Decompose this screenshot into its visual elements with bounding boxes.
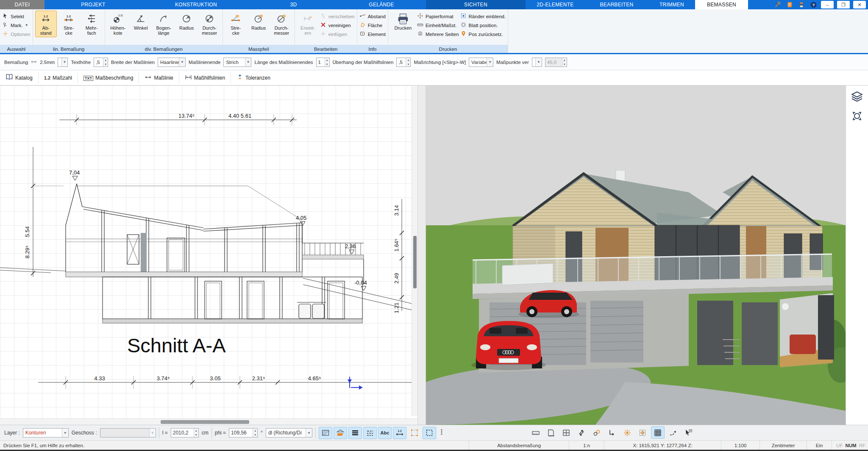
toggle-text-abc[interactable]: Abc	[378, 427, 392, 439]
help-icon[interactable]: ?	[809, 1, 818, 8]
toggle-lines-dashed[interactable]	[363, 427, 377, 439]
bogenlaenge-button[interactable]: Bogen-länge	[153, 11, 175, 37]
prop-combo-3[interactable]: ▼	[58, 58, 68, 67]
cursor-icon	[2, 13, 8, 20]
prop-spinner-5[interactable]: ,5▲▼	[94, 58, 108, 67]
einheit-massstab-button[interactable]: Einheit/Maßst.	[417, 22, 459, 29]
prop-combo-7[interactable]: Haarlinie▼	[158, 58, 186, 67]
prop-label: Maßpunkte ver	[496, 60, 529, 65]
einfuegen-icon	[320, 30, 326, 38]
orbit-icon[interactable]	[849, 108, 865, 125]
snap-star-icon[interactable]	[620, 426, 634, 439]
masshilfslinien-button[interactable]: Maßhilfslinien	[179, 70, 231, 85]
horizontal-scrollbar-thumb[interactable]	[161, 420, 249, 424]
prop-combo-17[interactable]: ▼	[532, 58, 542, 67]
length-input[interactable]: 2010,2▲▼	[171, 428, 199, 437]
toggle-frame-points[interactable]	[408, 427, 421, 439]
panel-splitter[interactable]	[417, 86, 426, 425]
tab-datei[interactable]: DATEI	[0, 0, 45, 9]
info-element-button[interactable]: Element	[359, 30, 386, 38]
vertical-scrollbar[interactable]	[412, 86, 417, 416]
winkel-button[interactable]: Winkel	[130, 11, 152, 32]
massbeschriftung-button[interactable]: TXTMaßbeschriftung	[78, 70, 139, 85]
masszahl-button[interactable]: 1.2Maßzahl	[39, 70, 78, 85]
swap-arrows-icon[interactable]	[575, 426, 588, 439]
ribbon-group-label: Info	[357, 45, 388, 53]
button-label: Mehr-fach	[86, 25, 98, 36]
toggle-roof-fill[interactable]	[334, 427, 347, 439]
journal-icon[interactable]	[785, 1, 794, 8]
grid-icon[interactable]	[651, 426, 665, 439]
ribbon-group-bearbeiten: Erweit-ernverschiebenvereinigeneinfügenB…	[295, 9, 357, 53]
horizontal-scrollbar[interactable]	[0, 418, 417, 425]
prop-spinner-11[interactable]: 1▲▼	[316, 58, 330, 67]
phi-input[interactable]: 109,56▲▼	[229, 428, 258, 437]
prop-combo-9[interactable]: Strich▼	[223, 58, 251, 67]
mehrere-seiten-button[interactable]: Mehrere Seiten	[417, 30, 459, 38]
masslinie-button[interactable]: Maßlinie	[139, 70, 178, 85]
tab-bemassen[interactable]: BEMASSEN	[695, 0, 748, 9]
tab-trimmen[interactable]: TRIMMEN	[648, 0, 695, 9]
hoehenkote-button[interactable]: 0.00Höhen-kote	[107, 11, 129, 37]
mehrfach-button[interactable]: Mehr-fach	[81, 11, 103, 37]
tab-3d[interactable]: 3D	[250, 0, 337, 9]
cursor-escape-icon[interactable]	[682, 426, 695, 439]
toggle-hatch[interactable]	[319, 427, 332, 439]
info-abstand-button[interactable]: Abstand	[359, 13, 386, 20]
close-button[interactable]: ✕	[853, 1, 866, 8]
polyline-arrow-icon[interactable]	[605, 426, 619, 439]
ribbon-group-auswahl: SelektMark.▼OptionenAuswahl	[0, 9, 33, 53]
blatt-position-button[interactable]: Blatt position.	[460, 22, 506, 29]
katalog-button[interactable]: Katalog	[0, 70, 38, 85]
prop-spinner-13[interactable]: ,5▲▼	[396, 58, 411, 67]
restore-button[interactable]: ❐	[837, 1, 850, 8]
link-icon[interactable]	[590, 426, 604, 439]
tools-icon[interactable]	[773, 1, 782, 8]
ribbon-group-label: Bearbeiten	[295, 45, 357, 53]
window-panes-icon[interactable]	[559, 426, 573, 439]
abstand-button[interactable]: 1.2Ab-stand	[35, 11, 57, 37]
layers-icon[interactable]	[849, 88, 865, 105]
toggle-dimensions[interactable]: 1.2	[393, 427, 406, 439]
printer-small-icon[interactable]	[797, 1, 806, 8]
radius-button[interactable]: Radius	[176, 11, 198, 32]
status-unit[interactable]: Zentimeter	[760, 441, 807, 450]
toggle-frame-dashed[interactable]	[423, 427, 436, 439]
mp-durchmesser-button[interactable]: Durch-messer	[271, 11, 292, 37]
tab-gelände[interactable]: GELÄNDE	[337, 0, 426, 9]
3d-view[interactable]	[426, 86, 846, 425]
tab-konstruktion[interactable]: KONSTRUKTION	[142, 0, 250, 9]
mpStrecke-icon	[231, 12, 241, 25]
toolbar-grip[interactable]	[437, 428, 446, 438]
durchmesser-icon	[204, 12, 214, 25]
ruler-icon[interactable]	[529, 426, 542, 439]
layer-select[interactable]: Konturen▼	[23, 428, 69, 437]
minimize-button[interactable]: –	[821, 1, 834, 8]
vertical-scrollbar-thumb[interactable]	[413, 236, 417, 288]
tab-projekt[interactable]: PROJEKT	[45, 0, 142, 9]
info-flaeche-button[interactable]: Fläche	[359, 22, 386, 29]
mp-strecke-button[interactable]: Stre-cke	[225, 11, 247, 37]
durchmesser-button[interactable]: Durch-messer	[199, 11, 220, 37]
dl-select[interactable]: dl (Richtung/Di▼	[266, 428, 312, 437]
page-icon[interactable]	[544, 426, 558, 439]
pos-zuruecksetzen-button[interactable]: Pos zurücksetz.	[460, 30, 506, 38]
mp-radius-button[interactable]: Radius	[248, 11, 270, 32]
grid-origin-icon[interactable]	[636, 426, 649, 439]
tab-sichten[interactable]: SICHTEN	[426, 0, 526, 9]
vereinigen-button[interactable]: vereinigen	[320, 22, 355, 29]
toggle-lines-bold[interactable]	[348, 427, 362, 439]
prop-combo-15[interactable]: Variabe▼	[469, 58, 493, 67]
selekt-button[interactable]: Selekt	[2, 13, 31, 20]
papierformat-button[interactable]: Papierformat	[417, 13, 459, 20]
raender-einblenden-button[interactable]: Ränder einblend.	[460, 13, 506, 20]
status-scale[interactable]: 1:100	[721, 441, 760, 450]
tab-2d-elemente[interactable]: 2D-ELEMENTE	[526, 0, 585, 9]
drucken-button[interactable]: Drucken	[390, 11, 416, 32]
2d-section-canvas[interactable]: 7,04 4,05 2,36 -0,04 13.74⁵ 4.40 5.61 4.…	[0, 86, 417, 425]
toleranzen-button[interactable]: Toleranzen	[231, 70, 276, 85]
path-dashed-icon[interactable]	[666, 426, 680, 439]
mark-button[interactable]: Mark.▼	[2, 22, 31, 29]
strecke-button[interactable]: 1.2Stre-cke	[58, 11, 80, 37]
tab-bearbeiten[interactable]: BEARBEITEN	[585, 0, 648, 9]
